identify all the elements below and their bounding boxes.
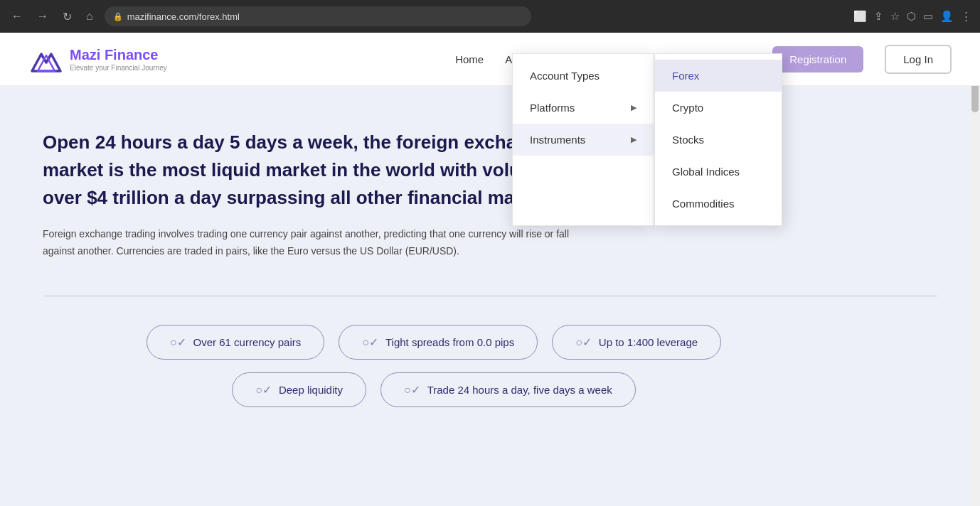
feature-badge-leverage: ○✓ Up to 1:400 leverage [552,325,721,360]
sub-item-stocks[interactable]: Stocks [655,124,782,156]
window-icon[interactable]: ▭ [923,10,933,23]
dropdown-secondary: Forex Crypto Stocks Global Indices Commo… [654,53,782,226]
account-types-label: Account Types [530,70,600,82]
check-icon-4: ○✓ [255,383,272,397]
feature-badge-liquidity: ○✓ Deep liquidity [232,372,366,407]
feature-badges: ○✓ Over 61 currency pairs ○✓ Tight sprea… [43,325,825,407]
logo-name-part2: Finance [100,47,158,63]
check-icon-1: ○✓ [170,335,186,349]
sub-item-forex[interactable]: Forex [655,60,782,92]
dropdown-primary: Account Types Platforms ▶ Instruments ▶ [512,53,654,226]
url-text: mazifinance.com/forex.html [127,11,240,22]
sub-item-commodities[interactable]: Commodities [655,188,782,220]
logo-name: Mazi Finance [70,47,167,63]
crypto-label: Crypto [672,102,703,114]
forex-label: Forex [672,70,699,82]
check-icon-3: ○✓ [575,335,592,349]
currency-pairs-label: Over 61 currency pairs [193,336,302,348]
profile-icon[interactable]: 👤 [940,10,954,23]
logo-svg [28,41,64,77]
scrollbar[interactable] [970,33,980,506]
page-content: Open 24 hours a day 5 days a week, the f… [0,86,980,506]
logo-name-part1: Mazi [70,47,100,63]
instruments-label: Instruments [530,134,585,146]
logo-tagline: Elevate your Financial Journey [70,64,167,72]
lock-icon: 🔒 [113,12,123,21]
back-button[interactable]: ← [9,7,26,26]
instruments-chevron-icon: ▶ [631,135,637,144]
share-icon[interactable]: ⇪ [874,10,883,23]
hero-description: Foreign exchange trading involves tradin… [43,226,597,260]
navbar: Mazi Finance Elevate your Financial Jour… [0,33,980,86]
registration-button[interactable]: Registration [772,46,863,72]
nav-home-label: Home [455,53,484,65]
spreads-label: Tight spreads from 0.0 pips [385,336,514,348]
feature-badge-row-1: ○✓ Over 61 currency pairs ○✓ Tight sprea… [43,325,825,360]
feature-badge-row-2: ○✓ Deep liquidity ○✓ Trade 24 hours a da… [43,372,825,407]
commodities-label: Commodities [672,198,735,210]
sub-item-crypto[interactable]: Crypto [655,92,782,124]
divider [43,296,937,296]
trading-dropdown: Account Types Platforms ▶ Instruments ▶ … [512,53,782,226]
check-icon-5: ○✓ [404,383,420,397]
nav-home[interactable]: Home [455,53,484,65]
extensions-icon[interactable]: ⬡ [907,10,916,23]
forward-button[interactable]: → [34,7,51,26]
leverage-label: Up to 1:400 leverage [599,336,698,348]
browser-actions: ⬜ ⇪ ☆ ⬡ ▭ 👤 ⋮ [853,10,971,23]
dropdown-platforms[interactable]: Platforms ▶ [513,92,654,124]
feature-badge-trade-hours: ○✓ Trade 24 hours a day, five days a wee… [380,372,636,407]
feature-badge-spreads: ○✓ Tight spreads from 0.0 pips [339,325,538,360]
login-button[interactable]: Log In [885,45,952,74]
logo-text: Mazi Finance Elevate your Financial Jour… [70,47,167,72]
platforms-label: Platforms [530,102,575,114]
stocks-label: Stocks [672,134,704,146]
screenshot-icon[interactable]: ⬜ [853,10,867,23]
address-bar[interactable]: 🔒 mazifinance.com/forex.html [105,6,531,26]
bookmark-icon[interactable]: ☆ [890,10,900,23]
logo[interactable]: Mazi Finance Elevate your Financial Jour… [28,41,167,77]
dropdown-account-types[interactable]: Account Types [513,60,654,92]
global-indices-label: Global Indices [672,166,740,178]
platforms-chevron-icon: ▶ [631,103,637,112]
home-button[interactable]: ⌂ [83,7,96,26]
feature-badge-currency-pairs: ○✓ Over 61 currency pairs [147,325,324,360]
menu-icon[interactable]: ⋮ [961,10,971,23]
sub-item-global-indices[interactable]: Global Indices [655,156,782,188]
check-icon-2: ○✓ [362,335,378,349]
dropdown-instruments[interactable]: Instruments ▶ [513,124,654,156]
refresh-button[interactable]: ↻ [60,7,75,26]
liquidity-label: Deep liquidity [279,384,343,396]
browser-chrome: ← → ↻ ⌂ 🔒 mazifinance.com/forex.html ⬜ ⇪… [0,0,980,33]
trade-hours-label: Trade 24 hours a day, five days a week [427,384,612,396]
